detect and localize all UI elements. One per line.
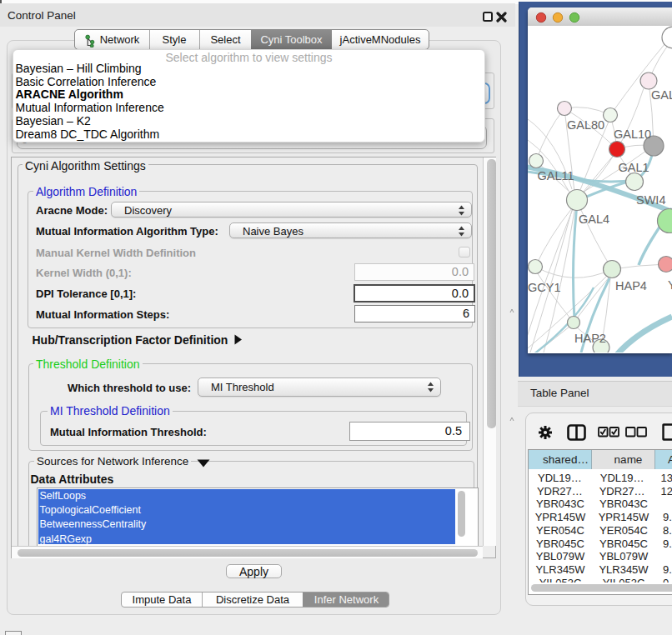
svg-text:GAL11: GAL11 [538, 169, 574, 182]
svg-text:GAL10: GAL10 [614, 128, 651, 141]
svg-text:GCY1: GCY1 [528, 281, 561, 294]
svg-text:YP: YP [668, 278, 672, 292]
svg-text:HAP2: HAP2 [574, 332, 606, 345]
svg-text:GAL80: GAL80 [567, 118, 604, 132]
svg-text:GAL7: GAL7 [651, 88, 672, 102]
svg-text:SWI4: SWI4 [636, 193, 665, 207]
svg-text:GAL4: GAL4 [579, 212, 609, 226]
svg-text:GAL1: GAL1 [619, 161, 649, 174]
svg-text:HAP4: HAP4 [615, 279, 647, 292]
